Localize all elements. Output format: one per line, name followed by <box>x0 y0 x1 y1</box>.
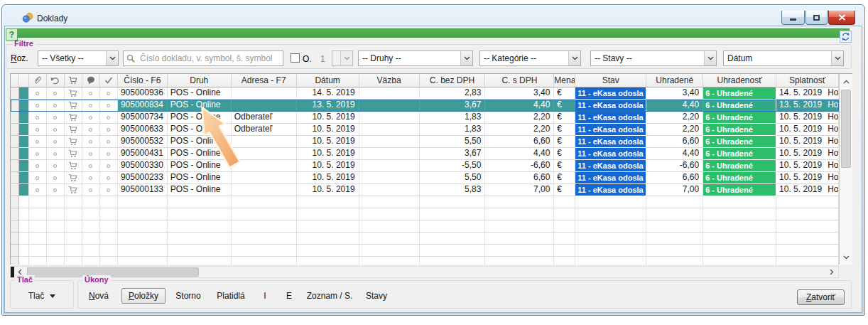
cell-uhradene[interactable] <box>646 208 703 220</box>
cell-mena[interactable]: € <box>554 160 575 172</box>
cell-uhradene[interactable] <box>646 245 703 257</box>
table-row[interactable]: 905000330POS - Online10. 5. 2019-5,50-6,… <box>11 160 839 172</box>
table-row[interactable]: 905000633POS - OnlineOdberateľ10. 5. 201… <box>11 124 839 136</box>
status-cell[interactable] <box>29 220 47 233</box>
cell-cislo[interactable]: 905000532 <box>118 136 168 148</box>
cell-druh[interactable]: POS - Online <box>168 172 232 184</box>
status-cell[interactable] <box>82 196 100 208</box>
kategorie-select[interactable]: -- Kategórie -- <box>479 50 581 66</box>
cell-adresa[interactable] <box>232 87 297 100</box>
cell-s-dph[interactable] <box>485 257 554 265</box>
cell-uhradenost[interactable]: 6 - Uhradené <box>703 87 776 100</box>
cell-uhradenost[interactable] <box>703 196 776 208</box>
cell-uhradenost[interactable] <box>703 257 776 265</box>
cell-mena[interactable]: € <box>554 87 575 100</box>
cell-stav[interactable]: 11 - eKasa odosla <box>575 172 646 184</box>
chevron-down-icon[interactable] <box>460 51 472 65</box>
cell-datum[interactable] <box>297 220 359 233</box>
cell-druh[interactable] <box>168 220 232 233</box>
cell-uhradenost[interactable] <box>703 208 776 220</box>
column-header-s-dph[interactable]: C. s DPH <box>485 74 554 87</box>
cell-s-dph[interactable]: -6,60 <box>485 160 554 172</box>
status-cell[interactable] <box>100 184 118 196</box>
cell-datum[interactable] <box>297 245 359 257</box>
status-cell[interactable] <box>82 184 100 196</box>
scroll-down-icon[interactable] <box>840 251 852 263</box>
cell-splatnost[interactable]: 10. 5. 2019Hoto <box>776 172 839 184</box>
status-cell[interactable] <box>47 100 65 112</box>
row-header[interactable] <box>11 233 19 245</box>
status-cell[interactable] <box>100 172 118 184</box>
cell-cislo[interactable]: 905000330 <box>118 160 168 172</box>
storno-button[interactable]: Storno <box>170 288 207 304</box>
cell-mena[interactable]: € <box>554 100 575 112</box>
cell-stav[interactable]: 11 - eKasa odosla <box>575 87 646 100</box>
cell-datum[interactable]: 13. 5. 2019 <box>297 100 359 112</box>
splitter-handle[interactable] <box>11 267 14 277</box>
status-cell[interactable] <box>82 136 100 148</box>
cell-cislo[interactable]: 905000133 <box>118 184 168 196</box>
cell-adresa[interactable] <box>232 233 297 245</box>
cell-druh[interactable]: POS - Online <box>168 87 232 100</box>
cell-datum[interactable]: 10. 5. 2019 <box>297 136 359 148</box>
column-header-comment[interactable] <box>82 74 100 87</box>
table-row[interactable] <box>11 257 839 265</box>
status-cell[interactable] <box>82 208 100 220</box>
cell-s-dph[interactable]: 7,00 <box>485 184 554 196</box>
cell-cislo[interactable] <box>118 208 168 220</box>
cell-cislo[interactable]: 905000834 <box>118 100 168 112</box>
status-cell[interactable] <box>29 245 47 257</box>
status-cell[interactable] <box>82 245 100 257</box>
cell-s-dph[interactable]: 4,40 <box>485 100 554 112</box>
status-cell[interactable] <box>29 233 47 245</box>
table-row[interactable]: 905000431POS - Online10. 5. 20193,674,40… <box>11 148 839 160</box>
column-header-undo[interactable] <box>47 74 65 87</box>
cell-bez-dph[interactable]: 5,83 <box>420 184 486 196</box>
cell-datum[interactable]: 10. 5. 2019 <box>297 160 359 172</box>
cell-bez-dph[interactable]: 3,67 <box>420 148 486 160</box>
cell-mena[interactable]: € <box>554 148 575 160</box>
o-checkbox[interactable] <box>291 53 300 63</box>
cell-cislo[interactable] <box>118 233 168 245</box>
cell-mena[interactable] <box>554 257 575 265</box>
status-cell[interactable] <box>65 196 82 208</box>
column-header-uhradene[interactable]: Uhradené <box>646 74 703 87</box>
row-header[interactable] <box>11 257 19 265</box>
status-cell[interactable] <box>47 148 65 160</box>
cell-druh[interactable] <box>168 257 232 265</box>
status-cell[interactable] <box>100 245 118 257</box>
cell-vazba[interactable] <box>359 112 420 124</box>
help-button[interactable]: ? <box>6 28 18 41</box>
cell-mena[interactable]: € <box>554 184 575 196</box>
cell-stav[interactable] <box>575 257 646 265</box>
status-cell[interactable] <box>82 233 100 245</box>
cell-druh[interactable] <box>168 233 232 245</box>
cell-s-dph[interactable]: 3,40 <box>485 87 554 100</box>
column-header-adresa[interactable]: Adresa - F7 <box>232 74 297 87</box>
table-row[interactable]: 905000834POS - Online13. 5. 20193,674,40… <box>11 100 839 112</box>
status-cell[interactable] <box>47 160 65 172</box>
cell-datum[interactable]: 10. 5. 2019 <box>297 148 359 160</box>
cell-mena[interactable] <box>554 220 575 233</box>
cell-vazba[interactable] <box>359 220 420 233</box>
cell-uhradenost[interactable] <box>703 245 776 257</box>
chevron-down-icon[interactable] <box>704 51 716 65</box>
status-cell[interactable] <box>47 208 65 220</box>
cell-adresa[interactable] <box>232 184 297 196</box>
status-cell[interactable] <box>47 245 65 257</box>
cell-bez-dph[interactable]: 1,83 <box>420 112 486 124</box>
cell-cislo[interactable]: 905000936 <box>118 87 168 100</box>
cell-bez-dph[interactable]: 2,83 <box>420 87 486 100</box>
cell-splatnost[interactable]: 10. 5. 2019Hoto <box>776 148 839 160</box>
column-header-bez-dph[interactable]: C. bez DPH <box>420 74 486 87</box>
cell-bez-dph[interactable] <box>420 257 486 265</box>
cell-uhradene[interactable] <box>646 220 703 233</box>
cell-bez-dph[interactable]: -5,50 <box>420 160 486 172</box>
table-row[interactable] <box>11 233 839 245</box>
status-cell[interactable] <box>65 136 82 148</box>
cell-druh[interactable]: POS - Online <box>168 184 232 196</box>
status-cell[interactable] <box>65 184 82 196</box>
status-cell[interactable] <box>29 136 47 148</box>
status-cell[interactable] <box>47 136 65 148</box>
status-cell[interactable] <box>65 124 82 136</box>
